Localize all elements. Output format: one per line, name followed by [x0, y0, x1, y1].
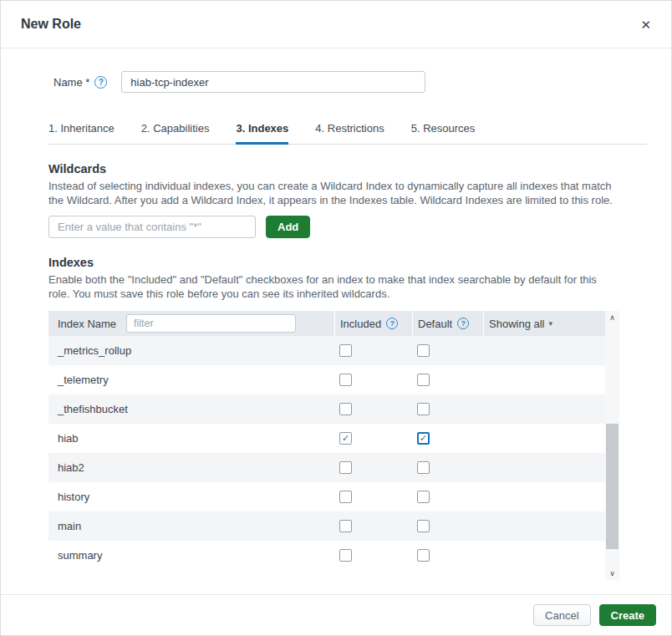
default-header: Default — [418, 318, 452, 330]
indexes-table: Index Name Included ? Default ? Showing … — [48, 311, 619, 570]
index-name: summary — [58, 549, 102, 562]
close-icon[interactable]: ✕ — [640, 18, 651, 31]
dialog-footer: Cancel Create — [1, 594, 671, 635]
tabs: 1. Inheritance 2. Capabilities 3. Indexe… — [48, 122, 647, 145]
default-checkbox[interactable] — [417, 520, 430, 532]
included-checkbox[interactable] — [339, 403, 352, 415]
tab[interactable]: 4. Restrictions — [315, 122, 384, 144]
tab-label: 5. Resources — [411, 122, 476, 135]
default-checkbox[interactable]: ✓ — [417, 432, 430, 445]
default-checkbox[interactable] — [417, 374, 430, 386]
table-row: _telemetry — [48, 365, 605, 394]
tab[interactable]: 2. Capabilities — [141, 122, 210, 144]
caret-down-icon: ▾ — [549, 319, 553, 328]
included-checkbox[interactable] — [339, 344, 352, 357]
wildcards-heading: Wildcards — [48, 162, 624, 176]
included-checkbox[interactable] — [339, 520, 352, 532]
name-input[interactable] — [121, 71, 425, 93]
dialog-header: New Role ✕ — [1, 1, 671, 48]
index-name: _metrics_rollup — [58, 344, 131, 357]
table-row: _metrics_rollup — [48, 336, 605, 365]
default-help-icon[interactable]: ? — [457, 318, 469, 329]
checkmark-icon: ✓ — [342, 434, 349, 443]
default-checkbox[interactable] — [417, 491, 430, 503]
table-row: history — [48, 482, 605, 511]
scroll-up-icon[interactable]: ∧ — [605, 311, 619, 324]
wildcards-section: Wildcards Instead of selecting individua… — [48, 162, 624, 238]
included-header: Included — [340, 318, 381, 330]
default-checkbox[interactable] — [417, 461, 430, 474]
indexes-heading: Indexes — [48, 256, 624, 269]
cancel-button[interactable]: Cancel — [533, 604, 590, 626]
included-checkbox[interactable] — [339, 374, 352, 386]
wildcards-description: Instead of selecting individual indexes,… — [48, 179, 615, 207]
scroll-down-icon[interactable]: ∨ — [605, 567, 619, 580]
tab-label: 2. Capabilities — [141, 122, 210, 135]
name-label: Name * — [53, 76, 89, 89]
default-checkbox[interactable] — [417, 344, 430, 357]
index-name: history — [58, 491, 89, 503]
dialog-title: New Role — [21, 17, 81, 32]
wildcard-input[interactable] — [48, 216, 256, 238]
table-row: summary — [48, 541, 605, 570]
name-row: Name * ? — [53, 71, 671, 93]
index-name: _thefishbucket — [58, 403, 128, 415]
included-checkbox[interactable] — [339, 491, 352, 503]
filter-input[interactable] — [126, 314, 296, 333]
scrollbar-thumb[interactable] — [606, 424, 619, 549]
index-name: main — [58, 520, 81, 532]
index-name: hiab2 — [58, 461, 84, 474]
table-scrollbar[interactable]: ∧ ∨ — [605, 311, 619, 580]
tab[interactable]: 5. Resources — [411, 122, 476, 144]
create-button[interactable]: Create — [599, 604, 656, 626]
name-help-icon[interactable]: ? — [94, 76, 107, 89]
table-row: hiab ✓ ✓ — [48, 424, 605, 453]
table-row: _thefishbucket — [48, 394, 605, 424]
showing-all-dropdown[interactable]: Showing all ▾ — [483, 311, 605, 336]
indexes-description: Enable both the "Included" and "Default"… — [48, 272, 615, 301]
tab-label: 3. Indexes — [236, 122, 288, 135]
table-header: Index Name Included ? Default ? Showing … — [48, 311, 605, 336]
tab[interactable]: 3. Indexes — [236, 122, 288, 144]
indexes-section: Indexes Enable both the "Included" and "… — [48, 256, 624, 301]
default-checkbox[interactable] — [417, 403, 430, 415]
table-row: hiab2 — [48, 453, 605, 482]
index-name: _telemetry — [58, 374, 109, 386]
table-body: _metrics_rollup _telemetry _thefishbucke… — [48, 336, 605, 570]
included-checkbox[interactable] — [339, 461, 352, 474]
index-name-header: Index Name — [58, 318, 116, 330]
add-button[interactable]: Add — [266, 216, 310, 238]
included-checkbox[interactable]: ✓ — [339, 432, 352, 445]
default-checkbox[interactable] — [417, 549, 430, 562]
tab[interactable]: 1. Inheritance — [48, 122, 115, 144]
checkmark-icon: ✓ — [420, 434, 427, 443]
included-help-icon[interactable]: ? — [386, 318, 398, 329]
tab-label: 1. Inheritance — [48, 122, 115, 135]
index-name: hiab — [58, 432, 79, 445]
table-row: main — [48, 511, 605, 541]
tab-label: 4. Restrictions — [315, 122, 384, 135]
included-checkbox[interactable] — [339, 549, 352, 562]
